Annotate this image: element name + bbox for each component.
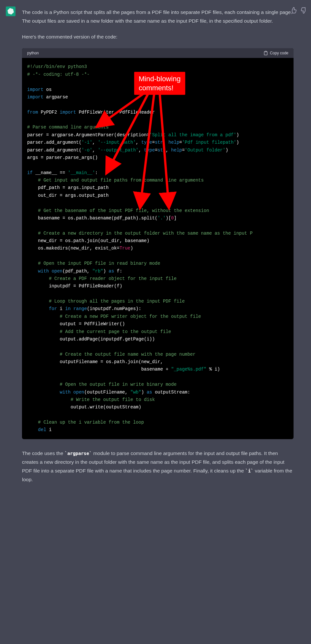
response-paragraph-1: The code is a Python script that splits … [22, 8, 294, 25]
code-language-label: python [27, 51, 39, 55]
inline-code-argparse: `argparse` [65, 451, 92, 456]
code-block: python Copy code #!/usr/bin/env python3 … [22, 48, 294, 439]
clipboard-icon [263, 51, 268, 55]
code-content[interactable]: #!/usr/bin/env python3 # -*- coding: utf… [22, 58, 294, 439]
openai-icon [7, 8, 14, 15]
message-actions [290, 7, 307, 14]
code-header: python Copy code [22, 48, 294, 58]
svg-rect-0 [265, 51, 266, 52]
response-paragraph-2: Here's the commented version of the code… [22, 32, 294, 41]
copy-code-label: Copy code [270, 51, 288, 55]
inline-code-i: `i` [245, 468, 253, 473]
copy-code-button[interactable]: Copy code [263, 51, 288, 55]
thumbs-up-button[interactable] [290, 7, 297, 14]
thumbs-down-button[interactable] [301, 7, 307, 14]
thumbs-down-icon [301, 7, 307, 14]
thumbs-up-icon [290, 7, 297, 14]
response-footer: The code uses the `argparse` module to p… [22, 449, 294, 484]
assistant-avatar [6, 6, 16, 16]
